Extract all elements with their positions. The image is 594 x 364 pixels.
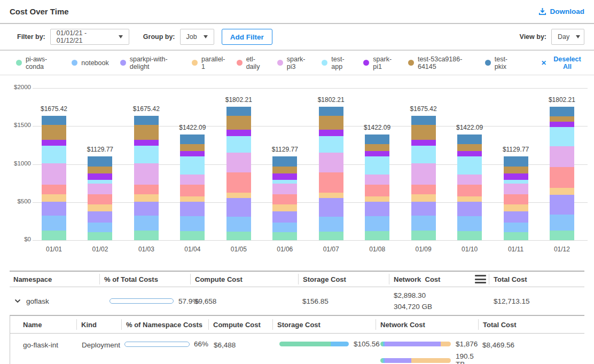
bar-segment-notebook[interactable]: [88, 223, 112, 232]
bar-segment-test-pkix[interactable]: [180, 134, 205, 144]
bar-segment-parallel-1[interactable]: [272, 204, 297, 211]
bar-segment-parallel-1[interactable]: [550, 188, 574, 195]
bar-segment-parallel-1[interactable]: [365, 196, 389, 202]
bar-segment-spark-pi3[interactable]: [365, 175, 389, 185]
bar-segment-parallel-1[interactable]: [319, 193, 343, 199]
stacked-bar-01/02[interactable]: $1129.77: [88, 156, 112, 240]
bar-segment-test-53ca9186-64145[interactable]: [42, 125, 66, 140]
stacked-bar-01/09[interactable]: $1675.42: [411, 116, 436, 240]
bar-segment-parallel-1[interactable]: [134, 194, 159, 201]
bar-segment-test-pkix[interactable]: [88, 156, 112, 167]
bar-segment-notebook[interactable]: [457, 216, 482, 231]
bar-segment-sparkpi-with-delight[interactable]: [411, 202, 436, 216]
bar-segment-test-pkix[interactable]: [411, 116, 436, 125]
bar-segment-test-app[interactable]: [88, 180, 112, 184]
bar-segment-pi-aws-conda[interactable]: [550, 231, 574, 240]
namespace-expander[interactable]: goflask: [10, 297, 99, 305]
bar-segment-pi-aws-conda[interactable]: [134, 231, 159, 240]
legend-item-test-pkix[interactable]: test-pkix: [485, 56, 516, 70]
bar-segment-notebook[interactable]: [272, 223, 297, 232]
bar-segment-sparkpi-with-delight[interactable]: [457, 202, 482, 216]
stacked-bar-01/05[interactable]: $1802.21: [226, 107, 251, 240]
bar-segment-test-app[interactable]: [504, 180, 528, 184]
bar-segment-test-pkix[interactable]: [504, 156, 528, 167]
bar-segment-etl-daily[interactable]: [319, 172, 343, 193]
bar-segment-spark-pi3[interactable]: [457, 175, 482, 185]
stacked-bar-01/11[interactable]: $1129.77: [504, 156, 528, 240]
bar-segment-test-53ca9186-64145[interactable]: [272, 167, 297, 173]
date-range-dropdown[interactable]: 01/01/21 - 01/12/21: [50, 29, 129, 45]
bar-segment-test-app[interactable]: [319, 136, 343, 153]
bar-segment-test-app[interactable]: [365, 156, 389, 175]
bar-segment-spark-pi1[interactable]: [504, 173, 528, 180]
legend-item-sparkpi-with-delight[interactable]: sparkpi-with-delight: [120, 56, 181, 70]
bar-segment-test-53ca9186-64145[interactable]: [134, 125, 159, 140]
bar-segment-spark-pi1[interactable]: [457, 151, 482, 156]
bar-segment-etl-daily[interactable]: [365, 185, 389, 196]
view-by-dropdown[interactable]: Day: [551, 29, 584, 45]
bar-segment-sparkpi-with-delight[interactable]: [134, 202, 159, 216]
bar-segment-spark-pi1[interactable]: [134, 140, 159, 145]
bar-segment-test-pkix[interactable]: [550, 107, 574, 116]
bar-segment-spark-pi3[interactable]: [411, 163, 436, 185]
bar-segment-pi-aws-conda[interactable]: [180, 231, 205, 240]
bar-segment-test-pkix[interactable]: [457, 134, 482, 144]
bar-segment-spark-pi3[interactable]: [88, 184, 112, 194]
col-header-compute[interactable]: Compute Cost: [208, 319, 272, 330]
bar-segment-test-pkix[interactable]: [226, 107, 251, 116]
stacked-bar-01/08[interactable]: $1422.09: [365, 134, 389, 240]
bar-segment-sparkpi-with-delight[interactable]: [550, 195, 574, 215]
bar-segment-sparkpi-with-delight[interactable]: [504, 211, 528, 223]
add-filter-button[interactable]: Add Filter: [222, 29, 272, 45]
download-button[interactable]: Download: [538, 7, 585, 15]
bar-segment-etl-daily[interactable]: [550, 167, 574, 188]
bar-segment-etl-daily[interactable]: [42, 185, 66, 195]
bar-segment-test-app[interactable]: [411, 146, 436, 163]
bar-segment-notebook[interactable]: [319, 217, 343, 231]
bar-segment-parallel-1[interactable]: [411, 194, 436, 201]
bar-segment-test-53ca9186-64145[interactable]: [550, 116, 574, 122]
bar-segment-spark-pi1[interactable]: [180, 151, 205, 156]
bar-segment-pi-aws-conda[interactable]: [457, 231, 482, 240]
deselect-all-button[interactable]: ✕ Deselect All: [541, 56, 584, 70]
bar-segment-pi-aws-conda[interactable]: [411, 231, 436, 240]
bar-segment-test-53ca9186-64145[interactable]: [88, 167, 112, 173]
col-header-compute[interactable]: Compute Cost: [190, 274, 298, 284]
bar-segment-spark-pi1[interactable]: [365, 151, 389, 156]
bar-segment-notebook[interactable]: [134, 216, 159, 231]
bar-segment-sparkpi-with-delight[interactable]: [226, 198, 251, 217]
legend-item-spark-pi1[interactable]: spark-pi1: [363, 56, 397, 70]
bar-segment-etl-daily[interactable]: [411, 185, 436, 195]
bar-segment-spark-pi3[interactable]: [180, 175, 205, 185]
bar-segment-sparkpi-with-delight[interactable]: [272, 211, 297, 223]
bar-segment-spark-pi3[interactable]: [319, 153, 343, 172]
bar-segment-spark-pi3[interactable]: [272, 184, 297, 194]
bar-segment-pi-aws-conda[interactable]: [42, 231, 66, 240]
bar-segment-test-app[interactable]: [42, 146, 66, 163]
legend-item-parallel-1[interactable]: parallel-1: [192, 56, 225, 70]
bar-segment-spark-pi1[interactable]: [411, 140, 436, 145]
bar-segment-pi-aws-conda[interactable]: [365, 231, 389, 240]
bar-segment-test-pkix[interactable]: [319, 107, 343, 116]
col-header-storage[interactable]: Storage Cost: [298, 274, 389, 284]
bar-segment-parallel-1[interactable]: [226, 193, 251, 199]
stacked-bar-01/06[interactable]: $1129.77: [272, 156, 297, 240]
bar-segment-parallel-1[interactable]: [457, 196, 482, 202]
bar-segment-notebook[interactable]: [504, 223, 528, 232]
bar-segment-test-pkix[interactable]: [134, 116, 159, 125]
bar-segment-sparkpi-with-delight[interactable]: [42, 202, 66, 216]
bar-segment-parallel-1[interactable]: [504, 204, 528, 211]
stacked-bar-01/03[interactable]: $1675.42: [134, 116, 159, 240]
legend-item-test-app[interactable]: test-app: [322, 56, 352, 70]
group-by-dropdown[interactable]: Job: [180, 29, 214, 45]
bar-segment-test-app[interactable]: [180, 156, 205, 175]
bar-segment-notebook[interactable]: [180, 216, 205, 231]
col-header-pct-namespace[interactable]: % of Namespace Costs: [121, 319, 208, 330]
bar-segment-sparkpi-with-delight[interactable]: [365, 202, 389, 216]
bar-segment-sparkpi-with-delight[interactable]: [88, 211, 112, 223]
bar-segment-test-app[interactable]: [226, 136, 251, 153]
col-header-total[interactable]: Total Cost: [489, 274, 584, 284]
bar-segment-pi-aws-conda[interactable]: [226, 232, 251, 240]
bar-segment-test-app[interactable]: [457, 156, 482, 175]
bar-segment-spark-pi3[interactable]: [42, 163, 66, 185]
